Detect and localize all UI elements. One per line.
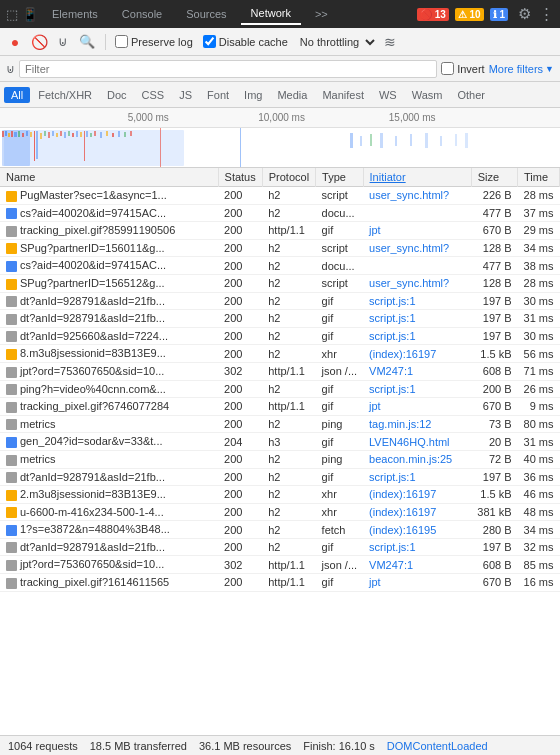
preserve-log-checkbox[interactable]: [115, 35, 128, 48]
table-row[interactable]: cs?aid=40020&id=97415AC... 200 h2 docu..…: [0, 204, 560, 222]
cell-initiator[interactable]: script.js:1: [363, 380, 471, 398]
cell-initiator[interactable]: tag.min.js:12: [363, 415, 471, 433]
cell-initiator[interactable]: VM247:1: [363, 362, 471, 380]
disable-cache-label[interactable]: Disable cache: [203, 35, 288, 48]
cell-initiator[interactable]: jpt: [363, 574, 471, 592]
table-row[interactable]: u-6600-m-416x234-500-1-4... 200 h2 xhr (…: [0, 503, 560, 521]
table-row[interactable]: ping?h=video%40cnn.com&... 200 h2 gif sc…: [0, 380, 560, 398]
cell-initiator[interactable]: user_sync.html?: [363, 274, 471, 292]
cell-initiator[interactable]: jpt: [363, 398, 471, 416]
disable-cache-checkbox[interactable]: [203, 35, 216, 48]
invert-checkbox[interactable]: [441, 62, 454, 75]
cell-time: 40 ms: [518, 450, 560, 468]
cell-initiator[interactable]: script.js:1: [363, 310, 471, 328]
inspect-icon[interactable]: ⬚: [6, 7, 18, 22]
cell-initiator[interactable]: (index):16197: [363, 486, 471, 504]
table-row[interactable]: cs?aid=40020&id=97415AC... 200 h2 docu..…: [0, 257, 560, 275]
cell-initiator[interactable]: (index):16195: [363, 521, 471, 539]
table-row[interactable]: SPug?partnerID=156011&g... 200 h2 script…: [0, 239, 560, 257]
cell-name: tracking_pixel.gif?1614611565: [0, 574, 218, 592]
record-button[interactable]: ●: [6, 33, 24, 51]
type-btn-other[interactable]: Other: [450, 87, 492, 103]
filter-icon[interactable]: ⊍: [54, 33, 72, 51]
search-icon[interactable]: 🔍: [78, 33, 96, 51]
col-protocol[interactable]: Protocol: [262, 168, 315, 187]
col-type[interactable]: Type: [316, 168, 363, 187]
cell-name: dt?anId=928791&asId=21fb...: [0, 310, 218, 328]
table-row[interactable]: metrics 200 h2 ping beacon.min.js:25 72 …: [0, 450, 560, 468]
col-status[interactable]: Status: [218, 168, 262, 187]
cell-initiator[interactable]: user_sync.html?: [363, 239, 471, 257]
table-row[interactable]: gen_204?id=sodar&v=33&t... 204 h3 gif LV…: [0, 433, 560, 451]
cell-initiator[interactable]: script.js:1: [363, 538, 471, 556]
table-row[interactable]: 2.m3u8jsessionid=83B13E9... 200 h2 xhr (…: [0, 486, 560, 504]
filter-input[interactable]: [19, 60, 437, 78]
settings-icon[interactable]: ⚙: [518, 5, 531, 23]
network-table: Name Status Protocol Type Initiator Size…: [0, 168, 560, 592]
table-row[interactable]: jpt?ord=753607650&sid=10... 302 http/1.1…: [0, 362, 560, 380]
tab-elements[interactable]: Elements: [42, 4, 108, 24]
col-size[interactable]: Size: [471, 168, 517, 187]
cell-initiator[interactable]: script.js:1: [363, 292, 471, 310]
table-row[interactable]: jpt?ord=753607650&sid=10... 302 http/1.1…: [0, 556, 560, 574]
type-btn-img[interactable]: Img: [237, 87, 269, 103]
cell-time: 80 ms: [518, 415, 560, 433]
col-name[interactable]: Name: [0, 168, 218, 187]
col-initiator[interactable]: Initiator: [363, 168, 471, 187]
table-row[interactable]: dt?anId=928791&asId=21fb... 200 h2 gif s…: [0, 292, 560, 310]
throttle-select[interactable]: No throttling: [294, 34, 378, 50]
cell-initiator[interactable]: user_sync.html?: [363, 187, 471, 205]
cell-initiator[interactable]: script.js:1: [363, 327, 471, 345]
more-tabs-icon[interactable]: >>: [305, 4, 338, 24]
cell-time: 29 ms: [518, 222, 560, 240]
cell-initiator[interactable]: [363, 204, 471, 222]
cell-initiator[interactable]: LVEN46HQ.html: [363, 433, 471, 451]
svg-rect-33: [130, 131, 132, 136]
table-row[interactable]: tracking_pixel.gif?85991190506 200 http/…: [0, 222, 560, 240]
cell-size: 72 B: [471, 450, 517, 468]
cell-initiator[interactable]: [363, 257, 471, 275]
type-btn-css[interactable]: CSS: [135, 87, 172, 103]
type-btn-doc[interactable]: Doc: [100, 87, 134, 103]
type-btn-wasm[interactable]: Wasm: [405, 87, 450, 103]
table-row[interactable]: dt?anId=928791&asId=21fb... 200 h2 gif s…: [0, 538, 560, 556]
wifi-icon[interactable]: ≋: [384, 34, 396, 50]
table-row[interactable]: metrics 200 h2 ping tag.min.js:12 73 B 8…: [0, 415, 560, 433]
table-row[interactable]: 8.m3u8jsessionid=83B13E9... 200 h2 xhr (…: [0, 345, 560, 363]
type-btn-all[interactable]: All: [4, 87, 30, 103]
type-btn-manifest[interactable]: Manifest: [315, 87, 371, 103]
preserve-log-label[interactable]: Preserve log: [115, 35, 193, 48]
col-time[interactable]: Time: [518, 168, 560, 187]
table-row[interactable]: tracking_pixel.gif?1614611565 200 http/1…: [0, 574, 560, 592]
table-row[interactable]: PugMaster?sec=1&async=1... 200 h2 script…: [0, 187, 560, 205]
invert-label[interactable]: Invert: [441, 62, 485, 75]
table-row[interactable]: tracking_pixel.gif?6746077284 200 http/1…: [0, 398, 560, 416]
more-filters-button[interactable]: More filters ▼: [489, 63, 554, 75]
status-dom: DOMContentLoaded: [387, 740, 488, 752]
type-btn-font[interactable]: Font: [200, 87, 236, 103]
cell-initiator[interactable]: jpt: [363, 222, 471, 240]
tab-console[interactable]: Console: [112, 4, 172, 24]
cell-initiator[interactable]: script.js:1: [363, 468, 471, 486]
table-row[interactable]: dt?anId=928791&asId=21fb... 200 h2 gif s…: [0, 310, 560, 328]
tab-network[interactable]: Network: [241, 3, 301, 25]
cell-initiator[interactable]: (index):16197: [363, 503, 471, 521]
clear-button[interactable]: 🚫: [30, 33, 48, 51]
device-icon[interactable]: 📱: [22, 7, 38, 22]
table-row[interactable]: dt?anId=928791&asId=21fb... 200 h2 gif s…: [0, 468, 560, 486]
time-label-10000: 10,000 ms: [258, 112, 305, 123]
cell-initiator[interactable]: (index):16197: [363, 345, 471, 363]
type-btn-media[interactable]: Media: [270, 87, 314, 103]
svg-rect-28: [100, 132, 102, 138]
type-btn-ws[interactable]: WS: [372, 87, 404, 103]
type-btn-fetch/xhr[interactable]: Fetch/XHR: [31, 87, 99, 103]
table-row[interactable]: 1?s=e3872&n=48804%3B48... 200 h2 fetch (…: [0, 521, 560, 539]
type-btn-js[interactable]: JS: [172, 87, 199, 103]
cell-initiator[interactable]: beacon.min.js:25: [363, 450, 471, 468]
table-row[interactable]: dt?anId=925660&asId=7224... 200 h2 gif s…: [0, 327, 560, 345]
tab-sources[interactable]: Sources: [176, 4, 236, 24]
cell-initiator[interactable]: VM247:1: [363, 556, 471, 574]
table-container[interactable]: Name Status Protocol Type Initiator Size…: [0, 168, 560, 706]
table-row[interactable]: SPug?partnerID=156512&g... 200 h2 script…: [0, 274, 560, 292]
more-icon[interactable]: ⋮: [539, 5, 554, 23]
